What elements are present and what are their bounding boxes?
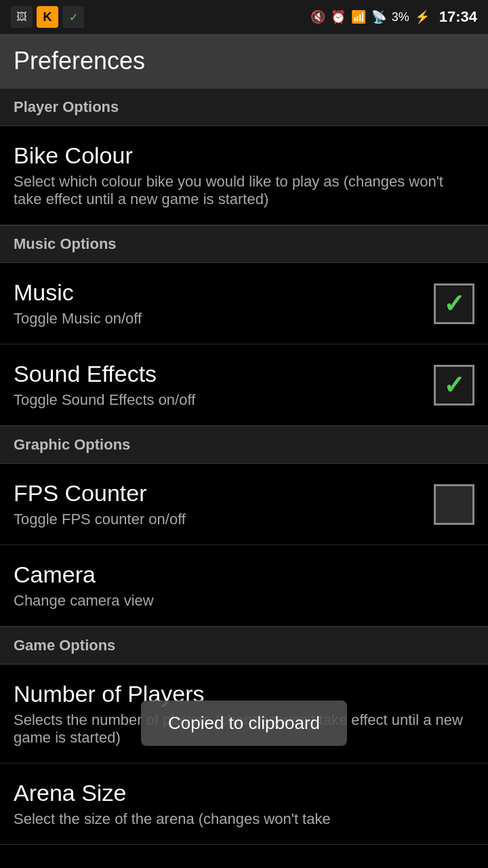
pref-fps-counter-subtitle: Toggle FPS counter on/off bbox=[14, 511, 420, 528]
battery-icon: ⚡ bbox=[415, 9, 430, 24]
k-app-icon: K bbox=[37, 6, 58, 28]
pref-camera-subtitle: Change camera view bbox=[14, 592, 474, 610]
pref-music-subtitle: Toggle Music on/off bbox=[14, 310, 420, 328]
pref-camera[interactable]: Camera Change camera view bbox=[0, 545, 488, 627]
status-icons: 🔇 ⏰ 📶 📡 3% ⚡ 17:34 bbox=[310, 8, 477, 26]
pref-bike-colour-subtitle: Select which colour bike you would like … bbox=[14, 173, 474, 208]
sound-effects-checkbox[interactable] bbox=[434, 365, 474, 406]
pref-arena-size-subtitle: Select the size of the arena (changes wo… bbox=[14, 810, 474, 828]
photo-app-icon: 🖼 bbox=[11, 6, 33, 28]
wifi-icon: 📶 bbox=[351, 9, 366, 24]
pref-arena-size-title: Arena Size bbox=[14, 780, 474, 806]
check-app-icon: ✓ bbox=[62, 6, 84, 28]
pref-sound-effects-title: Sound Effects bbox=[14, 361, 420, 387]
pref-bike-colour[interactable]: Bike Colour Select which colour bike you… bbox=[0, 126, 488, 225]
section-player-options: Player Options bbox=[0, 88, 488, 126]
music-checkbox[interactable] bbox=[434, 283, 474, 324]
signal-icon: 📡 bbox=[371, 9, 386, 24]
section-graphic-options: Graphic Options bbox=[0, 426, 488, 464]
title-bar: Preferences bbox=[0, 34, 488, 88]
status-bar: 🖼 K ✓ 🔇 ⏰ 📶 📡 3% ⚡ 17:34 bbox=[0, 0, 488, 34]
pref-bike-colour-title: Bike Colour bbox=[14, 142, 474, 169]
page-title: Preferences bbox=[14, 47, 145, 75]
alarm-icon: ⏰ bbox=[331, 9, 346, 24]
toast-message: Copied to clipboard bbox=[141, 701, 347, 746]
pref-music[interactable]: Music Toggle Music on/off bbox=[0, 263, 488, 344]
section-game-options: Game Options bbox=[0, 627, 488, 665]
pref-arena-size[interactable]: Arena Size Select the size of the arena … bbox=[0, 764, 488, 845]
fps-counter-checkbox[interactable] bbox=[434, 484, 474, 525]
pref-camera-title: Camera bbox=[14, 561, 474, 588]
pref-fps-counter[interactable]: FPS Counter Toggle FPS counter on/off bbox=[0, 464, 488, 545]
pref-music-title: Music bbox=[14, 279, 420, 306]
mute-icon: 🔇 bbox=[310, 9, 325, 24]
battery-text: 3% bbox=[392, 10, 409, 24]
pref-fps-counter-title: FPS Counter bbox=[14, 480, 420, 507]
pref-sound-effects[interactable]: Sound Effects Toggle Sound Effects on/of… bbox=[0, 344, 488, 426]
section-music-options: Music Options bbox=[0, 225, 488, 263]
pref-sound-effects-subtitle: Toggle Sound Effects on/off bbox=[14, 391, 420, 409]
status-time: 17:34 bbox=[439, 8, 477, 26]
